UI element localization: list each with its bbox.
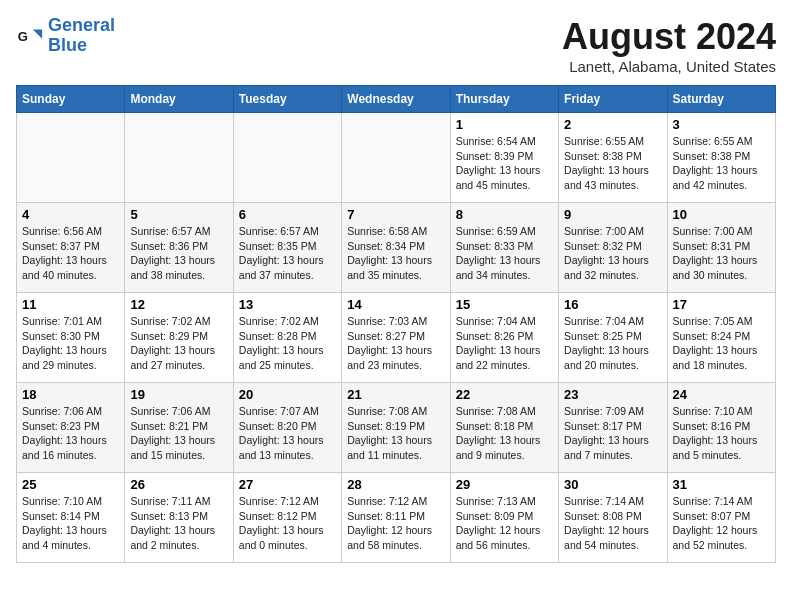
calendar-cell bbox=[17, 113, 125, 203]
day-number: 5 bbox=[130, 207, 227, 222]
day-number: 28 bbox=[347, 477, 444, 492]
day-info: Sunrise: 7:10 AMSunset: 8:16 PMDaylight:… bbox=[673, 404, 770, 463]
calendar-cell: 7Sunrise: 6:58 AMSunset: 8:34 PMDaylight… bbox=[342, 203, 450, 293]
svg-marker-1 bbox=[33, 29, 42, 38]
day-info: Sunrise: 7:01 AMSunset: 8:30 PMDaylight:… bbox=[22, 314, 119, 373]
day-info: Sunrise: 6:57 AMSunset: 8:35 PMDaylight:… bbox=[239, 224, 336, 283]
day-info: Sunrise: 6:58 AMSunset: 8:34 PMDaylight:… bbox=[347, 224, 444, 283]
svg-text:G: G bbox=[18, 28, 28, 43]
day-number: 10 bbox=[673, 207, 770, 222]
calendar-cell: 13Sunrise: 7:02 AMSunset: 8:28 PMDayligh… bbox=[233, 293, 341, 383]
calendar-cell: 18Sunrise: 7:06 AMSunset: 8:23 PMDayligh… bbox=[17, 383, 125, 473]
calendar-week-1: 1Sunrise: 6:54 AMSunset: 8:39 PMDaylight… bbox=[17, 113, 776, 203]
col-friday: Friday bbox=[559, 86, 667, 113]
col-tuesday: Tuesday bbox=[233, 86, 341, 113]
calendar-cell: 21Sunrise: 7:08 AMSunset: 8:19 PMDayligh… bbox=[342, 383, 450, 473]
calendar-week-3: 11Sunrise: 7:01 AMSunset: 8:30 PMDayligh… bbox=[17, 293, 776, 383]
day-number: 30 bbox=[564, 477, 661, 492]
day-number: 25 bbox=[22, 477, 119, 492]
calendar-cell: 5Sunrise: 6:57 AMSunset: 8:36 PMDaylight… bbox=[125, 203, 233, 293]
day-number: 12 bbox=[130, 297, 227, 312]
day-info: Sunrise: 6:57 AMSunset: 8:36 PMDaylight:… bbox=[130, 224, 227, 283]
calendar-cell: 29Sunrise: 7:13 AMSunset: 8:09 PMDayligh… bbox=[450, 473, 558, 563]
day-info: Sunrise: 7:06 AMSunset: 8:23 PMDaylight:… bbox=[22, 404, 119, 463]
title-block: August 2024 Lanett, Alabama, United Stat… bbox=[562, 16, 776, 75]
day-info: Sunrise: 7:05 AMSunset: 8:24 PMDaylight:… bbox=[673, 314, 770, 373]
day-number: 3 bbox=[673, 117, 770, 132]
day-info: Sunrise: 7:06 AMSunset: 8:21 PMDaylight:… bbox=[130, 404, 227, 463]
day-info: Sunrise: 7:04 AMSunset: 8:25 PMDaylight:… bbox=[564, 314, 661, 373]
day-number: 31 bbox=[673, 477, 770, 492]
calendar-cell: 31Sunrise: 7:14 AMSunset: 8:07 PMDayligh… bbox=[667, 473, 775, 563]
calendar-cell: 6Sunrise: 6:57 AMSunset: 8:35 PMDaylight… bbox=[233, 203, 341, 293]
calendar-cell: 30Sunrise: 7:14 AMSunset: 8:08 PMDayligh… bbox=[559, 473, 667, 563]
day-info: Sunrise: 7:00 AMSunset: 8:31 PMDaylight:… bbox=[673, 224, 770, 283]
calendar-table: Sunday Monday Tuesday Wednesday Thursday… bbox=[16, 85, 776, 563]
logo-icon: G bbox=[16, 22, 44, 50]
day-info: Sunrise: 7:02 AMSunset: 8:29 PMDaylight:… bbox=[130, 314, 227, 373]
col-saturday: Saturday bbox=[667, 86, 775, 113]
calendar-cell: 25Sunrise: 7:10 AMSunset: 8:14 PMDayligh… bbox=[17, 473, 125, 563]
day-number: 26 bbox=[130, 477, 227, 492]
col-sunday: Sunday bbox=[17, 86, 125, 113]
day-info: Sunrise: 7:14 AMSunset: 8:08 PMDaylight:… bbox=[564, 494, 661, 553]
calendar-cell: 22Sunrise: 7:08 AMSunset: 8:18 PMDayligh… bbox=[450, 383, 558, 473]
day-number: 2 bbox=[564, 117, 661, 132]
day-info: Sunrise: 6:56 AMSunset: 8:37 PMDaylight:… bbox=[22, 224, 119, 283]
calendar-cell: 1Sunrise: 6:54 AMSunset: 8:39 PMDaylight… bbox=[450, 113, 558, 203]
calendar-cell: 17Sunrise: 7:05 AMSunset: 8:24 PMDayligh… bbox=[667, 293, 775, 383]
day-info: Sunrise: 7:02 AMSunset: 8:28 PMDaylight:… bbox=[239, 314, 336, 373]
day-number: 18 bbox=[22, 387, 119, 402]
calendar-cell bbox=[125, 113, 233, 203]
day-info: Sunrise: 7:00 AMSunset: 8:32 PMDaylight:… bbox=[564, 224, 661, 283]
calendar-week-5: 25Sunrise: 7:10 AMSunset: 8:14 PMDayligh… bbox=[17, 473, 776, 563]
calendar-header: Sunday Monday Tuesday Wednesday Thursday… bbox=[17, 86, 776, 113]
logo-line1: General bbox=[48, 15, 115, 35]
day-number: 9 bbox=[564, 207, 661, 222]
day-info: Sunrise: 7:12 AMSunset: 8:12 PMDaylight:… bbox=[239, 494, 336, 553]
day-info: Sunrise: 7:08 AMSunset: 8:18 PMDaylight:… bbox=[456, 404, 553, 463]
calendar-cell bbox=[233, 113, 341, 203]
day-number: 19 bbox=[130, 387, 227, 402]
col-wednesday: Wednesday bbox=[342, 86, 450, 113]
day-info: Sunrise: 7:04 AMSunset: 8:26 PMDaylight:… bbox=[456, 314, 553, 373]
month-year: August 2024 bbox=[562, 16, 776, 58]
day-info: Sunrise: 6:54 AMSunset: 8:39 PMDaylight:… bbox=[456, 134, 553, 193]
location: Lanett, Alabama, United States bbox=[562, 58, 776, 75]
day-info: Sunrise: 7:11 AMSunset: 8:13 PMDaylight:… bbox=[130, 494, 227, 553]
calendar-cell: 28Sunrise: 7:12 AMSunset: 8:11 PMDayligh… bbox=[342, 473, 450, 563]
day-info: Sunrise: 7:12 AMSunset: 8:11 PMDaylight:… bbox=[347, 494, 444, 553]
page-header: G General Blue August 2024 Lanett, Alaba… bbox=[16, 16, 776, 75]
day-info: Sunrise: 7:14 AMSunset: 8:07 PMDaylight:… bbox=[673, 494, 770, 553]
calendar-body: 1Sunrise: 6:54 AMSunset: 8:39 PMDaylight… bbox=[17, 113, 776, 563]
calendar-cell: 19Sunrise: 7:06 AMSunset: 8:21 PMDayligh… bbox=[125, 383, 233, 473]
day-number: 1 bbox=[456, 117, 553, 132]
calendar-cell: 4Sunrise: 6:56 AMSunset: 8:37 PMDaylight… bbox=[17, 203, 125, 293]
day-number: 23 bbox=[564, 387, 661, 402]
day-number: 24 bbox=[673, 387, 770, 402]
col-thursday: Thursday bbox=[450, 86, 558, 113]
day-info: Sunrise: 6:59 AMSunset: 8:33 PMDaylight:… bbox=[456, 224, 553, 283]
calendar-cell: 27Sunrise: 7:12 AMSunset: 8:12 PMDayligh… bbox=[233, 473, 341, 563]
day-info: Sunrise: 7:08 AMSunset: 8:19 PMDaylight:… bbox=[347, 404, 444, 463]
calendar-cell: 9Sunrise: 7:00 AMSunset: 8:32 PMDaylight… bbox=[559, 203, 667, 293]
day-number: 8 bbox=[456, 207, 553, 222]
day-number: 16 bbox=[564, 297, 661, 312]
day-number: 21 bbox=[347, 387, 444, 402]
day-info: Sunrise: 6:55 AMSunset: 8:38 PMDaylight:… bbox=[564, 134, 661, 193]
calendar-week-2: 4Sunrise: 6:56 AMSunset: 8:37 PMDaylight… bbox=[17, 203, 776, 293]
logo-line2: Blue bbox=[48, 35, 87, 55]
day-number: 7 bbox=[347, 207, 444, 222]
calendar-cell: 24Sunrise: 7:10 AMSunset: 8:16 PMDayligh… bbox=[667, 383, 775, 473]
day-info: Sunrise: 7:13 AMSunset: 8:09 PMDaylight:… bbox=[456, 494, 553, 553]
day-info: Sunrise: 7:10 AMSunset: 8:14 PMDaylight:… bbox=[22, 494, 119, 553]
col-monday: Monday bbox=[125, 86, 233, 113]
day-info: Sunrise: 7:09 AMSunset: 8:17 PMDaylight:… bbox=[564, 404, 661, 463]
calendar-cell: 2Sunrise: 6:55 AMSunset: 8:38 PMDaylight… bbox=[559, 113, 667, 203]
day-number: 29 bbox=[456, 477, 553, 492]
day-info: Sunrise: 7:07 AMSunset: 8:20 PMDaylight:… bbox=[239, 404, 336, 463]
calendar-cell: 26Sunrise: 7:11 AMSunset: 8:13 PMDayligh… bbox=[125, 473, 233, 563]
calendar-cell: 12Sunrise: 7:02 AMSunset: 8:29 PMDayligh… bbox=[125, 293, 233, 383]
calendar-cell: 10Sunrise: 7:00 AMSunset: 8:31 PMDayligh… bbox=[667, 203, 775, 293]
calendar-cell: 8Sunrise: 6:59 AMSunset: 8:33 PMDaylight… bbox=[450, 203, 558, 293]
